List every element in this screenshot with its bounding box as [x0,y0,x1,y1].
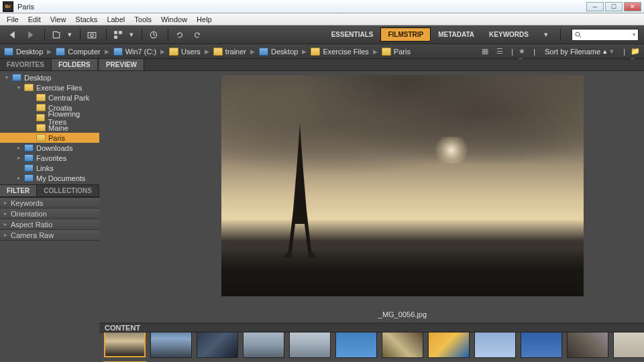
tree-item-links[interactable]: Links [0,163,99,173]
disclosure-icon[interactable]: ▸ [17,145,24,151]
rotate-ccw-button[interactable] [172,28,187,42]
tab-folders[interactable]: FOLDERS [52,59,98,70]
tab-favorites[interactable]: FAVORITES [0,59,52,70]
tree-item-downloads[interactable]: ▸Downloads [0,143,99,153]
folder-icon [382,48,391,56]
title-bar: Br Paris ─ ☐ ✕ [0,0,644,13]
reveal-dropdown[interactable]: ▾ [66,28,73,42]
preview-area: · · · · · _MG_0056.jpg [99,71,644,322]
thumbnail[interactable]: _MG_1395.jpg [520,333,563,362]
breadcrumb[interactable]: Desktop [4,48,43,56]
thumbnail[interactable]: _MG_0384.jpg [242,333,285,362]
tree-item-flowering-trees[interactable]: Flowering Trees [0,113,99,123]
folder-icon [24,164,34,172]
menu-edit[interactable]: Edit [24,14,45,25]
thumbnail[interactable]: _MG_0064.jpg [150,333,193,362]
folder-icon [36,134,46,141]
filter-orientation[interactable]: ▸Orientation [0,208,99,219]
camera-button[interactable] [85,28,99,42]
close-button[interactable]: ✕ [624,2,641,11]
disclosure-icon[interactable]: ▾ [5,74,12,80]
thumbnail-image [474,333,516,358]
chevron-right-icon: ▶ [205,48,209,55]
thumbnail[interactable]: _MG_0602.jpg [288,333,331,362]
thumbnail-image [150,333,192,358]
sort-button[interactable]: Sort by Filename▴▾ [541,46,618,57]
rotate-cw-button[interactable] [190,28,205,42]
window-title: Paris [17,3,34,11]
workspace-tab-filmstrip[interactable]: FILMSTRIP [380,27,431,42]
svg-rect-2 [114,31,117,34]
open-button[interactable] [146,28,161,42]
menu-view[interactable]: View [46,14,70,25]
search-input[interactable]: ▾ [572,29,639,41]
breadcrumb[interactable]: Computer [56,48,100,56]
workspace-tab-metadata[interactable]: METADATA [431,27,482,42]
tree-item-exercise-files[interactable]: ▾Exercise Files [0,82,99,93]
workspace-dropdown[interactable]: ▾ [539,28,553,42]
folder-tree: ▾Desktop▾Exercise FilesCentral ParkCroat… [0,71,99,185]
tab-filter[interactable]: FILTER [0,185,37,196]
workspace-tab-essentials[interactable]: ESSENTIALS [324,27,381,42]
workspace-tab-keywords[interactable]: KEYWORDS [482,27,536,42]
thumb-view-icon[interactable]: ☰ [496,47,506,56]
tree-item-my-documents[interactable]: ▸My Documents [0,173,99,183]
preview-image[interactable] [221,75,584,296]
thumbnail[interactable]: _MG_9024.jpg [612,333,644,362]
folder-icon [36,94,46,101]
tree-item-desktop[interactable]: ▾Desktop [0,72,99,82]
thumbnail-image [335,333,377,358]
svg-rect-3 [119,31,122,34]
thumbnail[interactable]: _MG_1532.jpg [566,333,609,362]
menu-tools[interactable]: Tools [130,14,156,25]
thumbnail[interactable]: _MG_1003.jpg [381,333,424,362]
breadcrumb[interactable]: Exercise Files [311,48,368,56]
breadcrumb[interactable]: Users [169,48,201,56]
folder-icon [36,124,46,131]
menu-label[interactable]: Label [103,14,129,25]
menu-window[interactable]: Window [157,14,191,25]
tree-item-central-park[interactable]: Central Park [0,93,99,103]
breadcrumb[interactable]: trainer [213,48,246,56]
chevron-right-icon: ▶ [160,48,165,55]
disclosure-icon[interactable]: ▸ [17,175,24,181]
preview-filename: _MG_0056.jpg [378,310,427,318]
grid-view-icon[interactable]: ▦ [482,47,491,56]
tab-preview[interactable]: PREVIEW [99,59,144,70]
refine-dropdown[interactable]: ▾ [128,28,135,42]
menu-help[interactable]: Help [193,14,216,25]
disclosure-icon[interactable]: ▾ [17,84,24,90]
tree-item-favorites[interactable]: ▸Favorites [0,153,99,163]
disclosure-icon[interactable]: ▸ [17,155,24,161]
thumbnail-image [521,333,562,358]
menu-file[interactable]: File [3,14,23,25]
thumbnail[interactable]: _MG_0056.jpg [103,333,146,362]
minimize-button[interactable]: ─ [586,2,604,11]
tab-collections[interactable]: COLLECTIONS [37,185,99,196]
app-logo: Br [3,1,13,12]
back-button[interactable] [5,28,20,42]
star-filter-icon[interactable]: ★ ▾ [519,47,528,56]
reveal-button[interactable] [49,28,64,42]
breadcrumb[interactable]: Paris [382,48,411,56]
breadcrumb[interactable]: Desktop [259,48,298,56]
thumbnail[interactable]: _MG_0943.jpg [335,333,378,362]
menu-bar: FileEditViewStacksLabelToolsWindowHelp [0,13,644,25]
breadcrumb[interactable]: Win7 (C:) [113,48,156,56]
maximize-button[interactable]: ☐ [605,2,623,11]
new-folder-icon[interactable]: 📁▾ [631,47,640,56]
filter-aspect-ratio[interactable]: ▸Aspect Ratio [0,219,99,230]
filter-keywords[interactable]: ▸Keywords [0,198,99,208]
thumbnail[interactable]: _MG_1129.jpg [427,333,470,362]
filmstrip: _MG_0056.jpg_MG_0064.jpg_MG_0258.jpg_MG_… [99,333,644,362]
menu-stacks[interactable]: Stacks [71,14,101,25]
thumbnail[interactable]: _MG_0258.jpg [196,333,239,362]
filter-camera-raw[interactable]: ▸Camera Raw [0,230,99,241]
search-icon [575,32,582,38]
forward-button[interactable] [23,28,38,42]
filter-panel-tabs: FILTERCOLLECTIONS [0,185,99,197]
thumbnail[interactable]: _MG_1358.jpg [474,333,517,362]
folder-icon [169,48,178,56]
refine-button[interactable] [111,28,125,42]
tree-item-paris[interactable]: Paris [0,133,99,143]
